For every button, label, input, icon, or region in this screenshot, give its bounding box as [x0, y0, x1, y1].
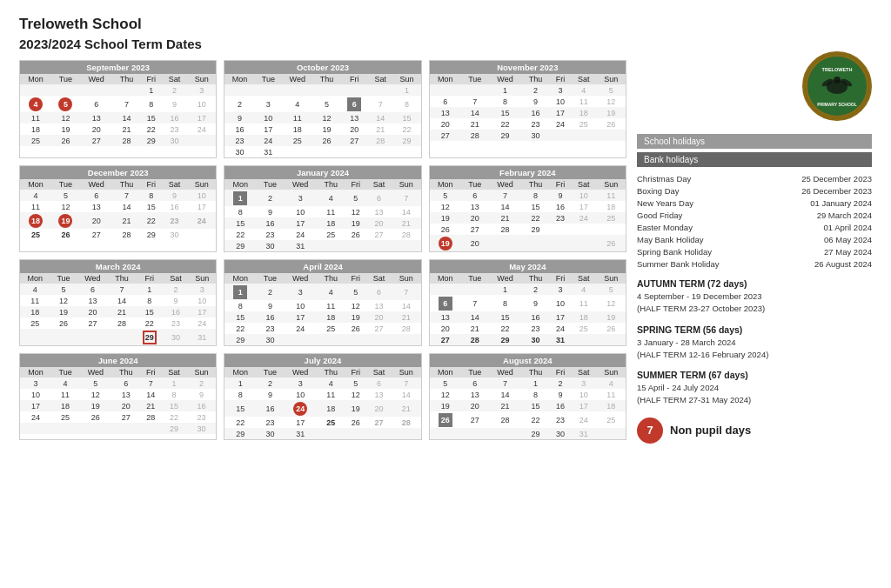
school-name: Treloweth School — [19, 16, 872, 33]
month-header-jul: July 2024 — [224, 354, 420, 367]
holiday-date: 29 March 2024 — [817, 210, 872, 220]
bank-holiday-row: Summer Bank Holiday26 August 2024 — [637, 257, 872, 270]
holiday-name: Summer Bank Holiday — [637, 259, 720, 269]
holiday-name: Christmas Day — [637, 174, 691, 184]
non-pupil-section: 7 Non pupil days — [637, 418, 872, 444]
right-panel: TRELOWETH PRIMARY SCHOOL School holidays… — [637, 60, 872, 444]
term-dates-title: 2023/2024 School Term Dates — [19, 37, 872, 51]
bank-holiday-row: New Years Day01 January 2024 — [637, 197, 872, 209]
spring-term-title: SPRING TERM (56 days) — [637, 324, 872, 335]
summer-term-line1: 15 April - 24 July 2024 — [637, 382, 872, 394]
holiday-name: New Years Day — [637, 198, 693, 208]
non-pupil-label: Non pupil days — [670, 424, 751, 437]
month-header-dec: December 2023 — [20, 166, 216, 179]
holiday-date: 01 January 2024 — [810, 198, 872, 208]
svg-text:PRIMARY SCHOOL: PRIMARY SCHOOL — [817, 102, 857, 107]
month-header-mar: March 2024 — [20, 260, 216, 273]
autumn-term: AUTUMN TERM (72 days) 4 September - 19 D… — [637, 278, 872, 316]
calendar-january-2024: January 2024 MonTueWedThuFriSatSun 1 234… — [224, 165, 421, 252]
non-pupil-number: 7 — [637, 418, 663, 444]
summer-term: SUMMER TERM (67 days) 15 April - 24 July… — [637, 370, 872, 407]
bank-holiday-row: Boxing Day26 December 2023 — [637, 184, 872, 197]
summer-term-line2: (HALF TERM 27-31 May 2024) — [637, 394, 872, 406]
month-header-may: May 2024 — [430, 260, 626, 273]
calendar-november-2023: November 2023 MonTueWedThuFriSatSun 123 … — [429, 60, 626, 158]
month-header-sep: September 2023 — [20, 61, 216, 74]
holiday-date: 26 December 2023 — [801, 186, 872, 196]
summer-term-title: SUMMER TERM (67 days) — [637, 370, 872, 380]
autumn-term-title: AUTUMN TERM (72 days) — [637, 278, 872, 289]
holiday-name: Easter Monday — [637, 223, 693, 232]
calendars-section: September 2023 MonTueWedThuFriSatSun 1 2… — [19, 60, 626, 444]
calendar-february-2024: February 2024 MonTueWedThuFriSatSun 5678… — [429, 165, 626, 252]
spring-term-line1: 3 January - 28 March 2024 — [637, 337, 872, 349]
holiday-name: Boxing Day — [637, 186, 680, 196]
term-info: AUTUMN TERM (72 days) 4 September - 19 D… — [637, 278, 872, 407]
bank-holiday-row: Spring Bank Holiday27 May 2024 — [637, 245, 872, 257]
calendar-august-2024: August 2024 MonTueWedThuFriSatSun 56712 … — [429, 353, 626, 440]
holiday-date: 25 December 2023 — [801, 174, 872, 184]
holiday-date: 27 May 2024 — [824, 247, 872, 257]
calendar-july-2024: July 2024 MonTueWedThuFriSatSun 12345 67… — [224, 353, 421, 440]
spring-term-line2: (HALF TERM 12-16 February 2024) — [637, 349, 872, 361]
holiday-date: 26 August 2024 — [814, 259, 872, 269]
calendar-september-2023: September 2023 MonTueWedThuFriSatSun 1 2… — [19, 60, 217, 158]
autumn-term-line1: 4 September - 19 December 2023 — [637, 291, 872, 303]
bank-holiday-row: Christmas Day25 December 2023 — [637, 172, 872, 184]
school-holidays-header: School holidays — [637, 134, 872, 149]
svg-text:TRELOWETH: TRELOWETH — [822, 67, 853, 72]
holiday-name: Spring Bank Holiday — [637, 247, 712, 257]
calendar-april-2024: April 2024 MonTueWedThuFriSatSun 1 2345 … — [224, 259, 421, 346]
month-header-jan: January 2024 — [224, 166, 420, 179]
spring-term: SPRING TERM (56 days) 3 January - 28 Mar… — [637, 324, 872, 362]
calendar-june-2024: June 2024 MonTueWedThuFriSatSun 34567 12… — [19, 353, 217, 440]
bank-holiday-row: May Bank Holiday06 May 2024 — [637, 233, 872, 245]
bank-holidays-list: Christmas Day25 December 2023Boxing Day2… — [637, 172, 872, 270]
autumn-term-line2: (HALF TERM 23-27 October 2023) — [637, 303, 872, 315]
bank-holidays-header: Bank holidays — [637, 152, 872, 167]
calendar-december-2023: December 2023 MonTueWedThuFriSatSun 4567… — [19, 165, 217, 252]
month-header-oct: October 2023 — [224, 61, 420, 74]
calendar-october-2023: October 2023 MonTueWedThuFriSatSun 1 234… — [224, 60, 421, 158]
calendar-may-2024: May 2024 MonTueWedThuFriSatSun 123 45 6 … — [429, 259, 626, 346]
holiday-date: 01 April 2024 — [824, 223, 872, 232]
holiday-date: 06 May 2024 — [824, 235, 872, 244]
calendar-march-2024: March 2024 MonTueWedThuFriSatSun 45671 2… — [19, 259, 217, 346]
svg-point-6 — [834, 77, 841, 84]
school-logo: TRELOWETH PRIMARY SCHOOL — [802, 51, 872, 121]
holiday-name: May Bank Holiday — [637, 235, 704, 244]
month-header-jun: June 2024 — [20, 354, 216, 367]
month-header-aug: August 2024 — [430, 354, 626, 367]
bank-holiday-row: Easter Monday01 April 2024 — [637, 221, 872, 233]
holidays-section: School holidays Bank holidays Christmas … — [637, 134, 872, 444]
month-header-nov: November 2023 — [430, 61, 626, 74]
holiday-name: Good Friday — [637, 210, 682, 220]
month-header-apr: April 2024 — [224, 260, 420, 273]
bank-holiday-row: Good Friday29 March 2024 — [637, 209, 872, 221]
month-header-feb: February 2024 — [430, 166, 626, 179]
